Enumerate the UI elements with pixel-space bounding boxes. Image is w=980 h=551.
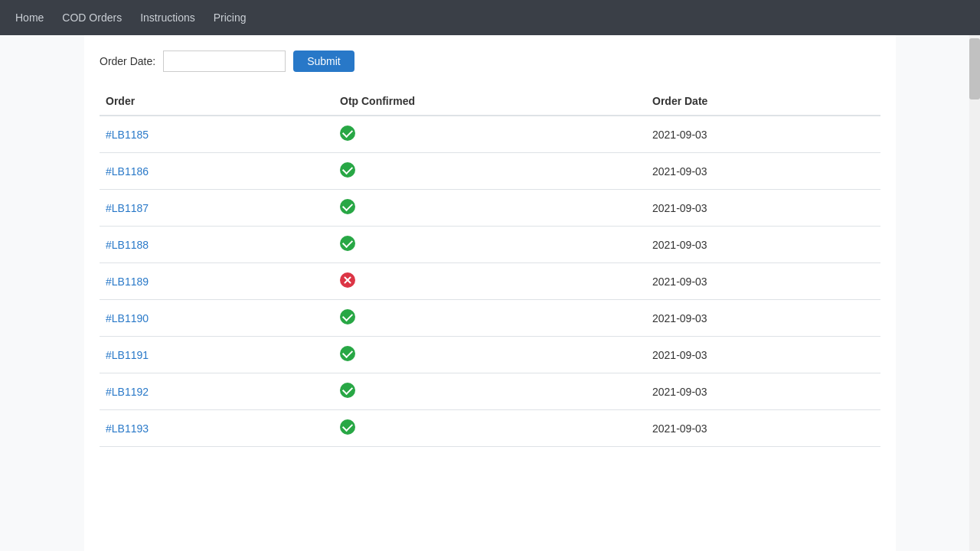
table-row: #LB11932021-09-03: [100, 410, 880, 447]
order-date-cell: 2021-09-03: [646, 227, 880, 263]
filter-row: Order Date: Submit: [100, 51, 880, 72]
order-date-cell: 2021-09-03: [646, 190, 880, 227]
table-row: #LB11892021-09-03: [100, 263, 880, 300]
navbar: HomeCOD OrdersInstructionsPricing: [0, 0, 980, 35]
nav-link-cod-orders[interactable]: COD Orders: [62, 11, 122, 24]
otp-confirmed-icon: [340, 199, 355, 214]
otp-confirmed-icon: [340, 309, 355, 324]
col-otp-header: Otp Confirmed: [334, 87, 646, 116]
order-link[interactable]: #LB1188: [106, 239, 149, 251]
otp-confirmed-icon: [340, 236, 355, 251]
order-date-cell: 2021-09-03: [646, 410, 880, 447]
order-date-label: Order Date:: [100, 55, 155, 67]
otp-confirmed-icon: [340, 126, 355, 141]
scrollbar-thumb[interactable]: [969, 38, 980, 99]
order-link[interactable]: #LB1189: [106, 276, 149, 288]
nav-link-home[interactable]: Home: [15, 11, 44, 24]
submit-button[interactable]: Submit: [293, 51, 354, 72]
col-date-header: Order Date: [646, 87, 880, 116]
orders-table: Order Otp Confirmed Order Date #LB118520…: [100, 87, 880, 447]
table-header: Order Otp Confirmed Order Date: [100, 87, 880, 116]
order-date-cell: 2021-09-03: [646, 153, 880, 190]
table-body: #LB11852021-09-03#LB11862021-09-03#LB118…: [100, 116, 880, 447]
order-link[interactable]: #LB1186: [106, 165, 149, 178]
order-link[interactable]: #LB1187: [106, 202, 149, 214]
table-row: #LB11912021-09-03: [100, 337, 880, 373]
otp-confirmed-icon: [340, 419, 355, 435]
table-row: #LB11862021-09-03: [100, 153, 880, 190]
table-row: #LB11852021-09-03: [100, 116, 880, 153]
scrollbar-track[interactable]: [969, 35, 980, 551]
order-link[interactable]: #LB1193: [106, 422, 149, 435]
main-content: Order Date: Submit Order Otp Confirmed O…: [84, 35, 896, 551]
otp-rejected-icon: [340, 272, 355, 288]
otp-confirmed-icon: [340, 162, 355, 178]
order-date-cell: 2021-09-03: [646, 300, 880, 337]
order-date-cell: 2021-09-03: [646, 116, 880, 153]
nav-link-instructions[interactable]: Instructions: [140, 11, 195, 24]
order-date-input[interactable]: [163, 51, 286, 72]
otp-confirmed-icon: [340, 383, 355, 398]
order-date-cell: 2021-09-03: [646, 337, 880, 373]
table-row: #LB11882021-09-03: [100, 227, 880, 263]
order-link[interactable]: #LB1190: [106, 312, 149, 324]
order-date-cell: 2021-09-03: [646, 373, 880, 410]
order-date-cell: 2021-09-03: [646, 263, 880, 300]
table-row: #LB11872021-09-03: [100, 190, 880, 227]
order-link[interactable]: #LB1191: [106, 349, 149, 361]
order-link[interactable]: #LB1185: [106, 129, 149, 141]
otp-confirmed-icon: [340, 346, 355, 361]
col-order-header: Order: [100, 87, 334, 116]
order-link[interactable]: #LB1192: [106, 386, 149, 398]
table-row: #LB11902021-09-03: [100, 300, 880, 337]
header-row: Order Otp Confirmed Order Date: [100, 87, 880, 116]
nav-link-pricing[interactable]: Pricing: [214, 11, 247, 24]
table-row: #LB11922021-09-03: [100, 373, 880, 410]
